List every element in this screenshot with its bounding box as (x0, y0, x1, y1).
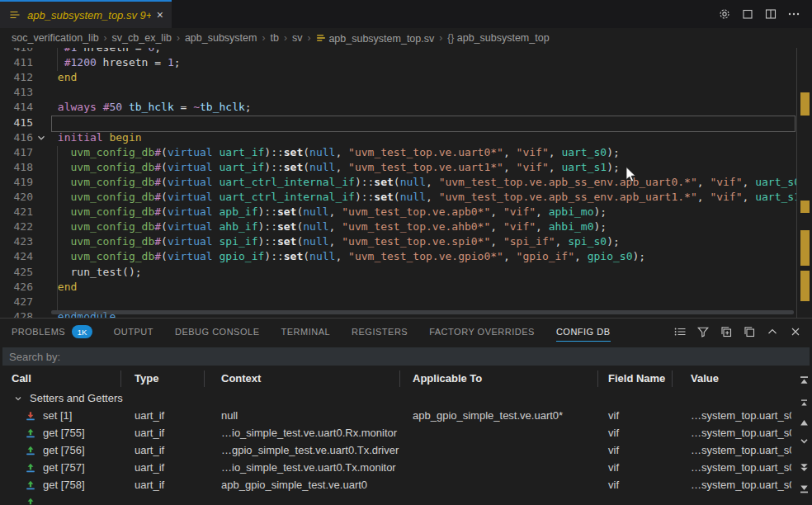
filter-icon[interactable] (696, 325, 710, 338)
layout-square-icon[interactable] (741, 7, 754, 21)
code-line-419[interactable]: 419 uvm_config_db#(virtual uart_ctrl_int… (0, 176, 796, 191)
code-text: uvm_config_db#(virtual uart_ctrl_interna… (51, 191, 796, 203)
column-header-applicable-to[interactable]: Applicable To (400, 370, 598, 387)
split-editor-icon[interactable] (764, 7, 777, 21)
code-text: uvm_config_db#(virtual uart_ctrl_interna… (51, 176, 796, 188)
breadcrumb-item-sv_cb_ex_lib[interactable]: sv_cb_ex_lib (112, 32, 172, 44)
code-text: initial begin (51, 131, 142, 144)
column-header-field-name[interactable]: Field Name (598, 370, 673, 387)
double-chevron-down-icon[interactable] (799, 461, 810, 472)
breadcrumb-item-tb[interactable]: tb (270, 32, 278, 44)
code-line-421[interactable]: 421 uvm_config_db#(virtual apb_if)::set(… (0, 205, 796, 221)
search-input[interactable] (2, 347, 810, 366)
code-line-425[interactable]: 425 run_test(); (0, 266, 796, 281)
breadcrumb-item-sv[interactable]: sv (292, 32, 303, 44)
code-line-411[interactable]: 411 #1200 hresetn = 1; (0, 56, 796, 72)
code-editor[interactable]: 410 #1 hresetn = 0;411 #1200 hresetn = 1… (0, 48, 812, 318)
code-line-413[interactable]: 413 (0, 86, 796, 101)
scroll-top-icon[interactable] (799, 375, 810, 385)
panel-tab-output[interactable]: OUTPUT (114, 319, 153, 345)
close-tab-icon[interactable]: × (157, 9, 163, 21)
panel-tab-terminal[interactable]: TERMINAL (281, 319, 330, 345)
overview-ruler[interactable] (797, 48, 812, 318)
get-icon (25, 497, 36, 505)
chevron-down-icon[interactable] (799, 435, 810, 446)
cell-type: uart_if (121, 409, 205, 422)
breadcrumb-item-file[interactable]: apb_subsystem_top.sv (315, 32, 434, 45)
panel-tab-label: DEBUG CONSOLE (175, 327, 259, 337)
vscode-window: apb_subsystem_top.sv 9+, C × soc_verific… (0, 0, 812, 505)
code-line-422[interactable]: 422 uvm_config_db#(virtual ahb_if)::set(… (0, 220, 796, 236)
overview-ruler-mark (800, 230, 810, 266)
code-line-412[interactable]: 412 end (0, 71, 796, 87)
code-text: uvm_config_db#(virtual gpio_if)::set(nul… (51, 250, 645, 262)
panel-tab-factory-overrides[interactable]: FACTORY OVERRIDES (429, 319, 535, 345)
panel-tab-registers[interactable]: REGISTERS (352, 319, 408, 345)
line-number: 426 (0, 281, 33, 293)
more-actions-icon[interactable] (787, 7, 800, 21)
column-header-context[interactable]: Context (205, 370, 400, 387)
cell-context: …io_simple_test.ve.uart0.Rx.monitor (205, 427, 400, 439)
group-row-setters-and-getters[interactable]: Setters and Getters (0, 389, 812, 407)
panel-tab-label: OUTPUT (114, 327, 153, 337)
line-number: 425 (0, 266, 33, 278)
column-header-type[interactable]: Type (121, 370, 205, 387)
breadcrumb: soc_verification_lib›sv_cb_ex_lib›apb_su… (0, 28, 812, 48)
code-line-416[interactable]: 416 initial begin (0, 131, 796, 147)
cell-field_name: vif (598, 444, 673, 456)
code-line-420[interactable]: 420 uvm_config_db#(virtual uart_ctrl_int… (0, 191, 796, 206)
scroll-bottom-icon[interactable] (799, 483, 810, 493)
line-number: 413 (0, 86, 33, 98)
code-text: uvm_config_db#(virtual spi_if)::set(null… (51, 235, 620, 248)
code-line-418[interactable]: 418 uvm_config_db#(virtual uart_if)::set… (0, 161, 796, 177)
column-header-value[interactable]: Value (673, 370, 791, 387)
horizontal-scrollbar[interactable] (51, 310, 794, 314)
duplicate-plus-icon[interactable] (720, 325, 733, 338)
cell-value: …system_top.uart_s0 (673, 479, 791, 491)
view-list-icon[interactable] (673, 325, 687, 338)
cell-call: get [758] (0, 479, 121, 491)
cell-call: get [757] (0, 461, 121, 474)
panel-tab-label: TERMINAL (281, 327, 330, 337)
overview-ruler-mark (800, 201, 810, 213)
get-icon (25, 479, 36, 491)
column-header-call[interactable]: Call (0, 370, 121, 387)
cell-value: …system_top.uart_s0 (673, 444, 791, 456)
breadcrumb-item-symbol[interactable]: {} apb_subsystem_top (447, 32, 549, 44)
config-db-row-get-758[interactable]: get [758]uart_ifapb_gpio_simple_test.ve.… (0, 476, 812, 493)
duplicate-icon[interactable] (743, 325, 756, 338)
search-bar (0, 345, 812, 367)
code-line-427[interactable]: 427 (0, 295, 796, 311)
config-db-row-set-1[interactable]: set [1]uart_ifnullapb_gpio_simple_test.v… (0, 407, 812, 424)
sv-file-lines-icon (315, 32, 327, 44)
config-db-row-get-755[interactable]: get [755]uart_if…io_simple_test.ve.uart0… (0, 424, 812, 441)
breadcrumb-item-soc_verification_lib[interactable]: soc_verification_lib (12, 32, 99, 44)
overview-ruler-mark (800, 271, 810, 301)
panel-tab-label: CONFIG DB (556, 327, 611, 337)
sv-file-icon (8, 8, 21, 21)
editor-tab-apb-subsystem-top[interactable]: apb_subsystem_top.sv 9+, C × (0, 0, 172, 28)
code-line-415[interactable]: 415 (0, 116, 796, 132)
config-db-row[interactable] (0, 493, 812, 505)
code-line-424[interactable]: 424 uvm_config_db#(virtual gpio_if)::set… (0, 250, 796, 266)
triangle-up-icon[interactable] (799, 417, 810, 427)
panel-tab-label: PROBLEMS (12, 327, 65, 337)
scroll-top-small-icon[interactable] (799, 397, 810, 408)
config-db-row-get-756[interactable]: get [756]uart_if…gpio_simple_test.ve.uar… (0, 441, 812, 459)
breadcrumb-item-apb_subsystem[interactable]: apb_subsystem (185, 32, 257, 44)
cell-field_name: vif (598, 427, 673, 439)
panel-tab-debug-console[interactable]: DEBUG CONSOLE (175, 319, 259, 345)
cell-applicable_to: apb_gpio_simple_test.ve.uart0* (400, 409, 598, 422)
settings-gear-icon[interactable] (718, 7, 731, 21)
code-line-417[interactable]: 417 uvm_config_db#(virtual uart_if)::set… (0, 146, 796, 162)
chevron-down-icon[interactable] (35, 132, 47, 144)
line-number: 416 (0, 131, 33, 144)
code-text: uvm_config_db#(virtual apb_if)::set(null… (51, 205, 607, 218)
code-line-426[interactable]: 426 end (0, 281, 796, 296)
breadcrumb-separator: › (262, 32, 265, 44)
chevron-up-icon[interactable] (766, 325, 779, 338)
panel-tab-problems[interactable]: PROBLEMS1K (12, 319, 92, 345)
code-line-423[interactable]: 423 uvm_config_db#(virtual spi_if)::set(… (0, 235, 796, 251)
panel-tab-config-db[interactable]: CONFIG DB (556, 319, 611, 345)
config-db-row-get-757[interactable]: get [757]uart_if…io_simple_test.ve.uart0… (0, 459, 812, 476)
